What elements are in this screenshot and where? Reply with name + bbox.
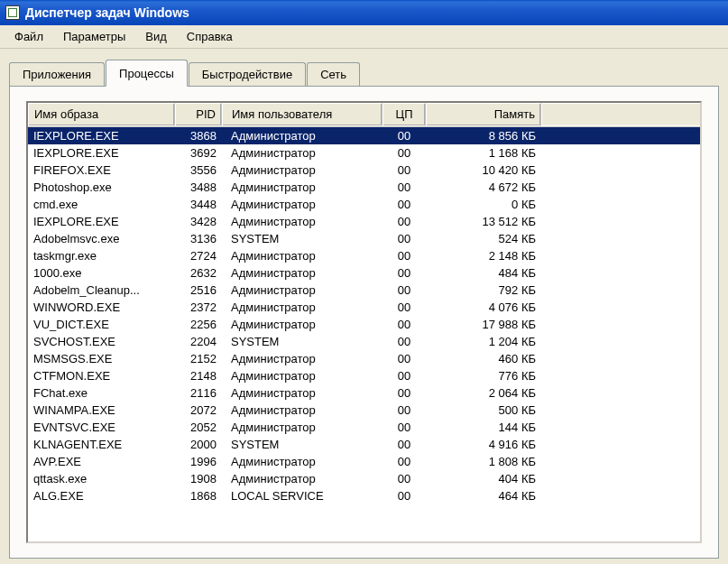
table-row[interactable]: SVCHOST.EXE2204SYSTEM001 204 КБ <box>28 333 700 350</box>
cell-pid: 3136 <box>175 232 222 245</box>
menu-params[interactable]: Параметры <box>54 27 134 46</box>
window-title: Диспетчер задач Windows <box>25 5 189 20</box>
cell-memory: 2 148 КБ <box>426 249 541 263</box>
table-row[interactable]: IEXPLORE.EXE3868Администратор008 856 КБ <box>28 127 700 144</box>
cell-process-name: qttask.exe <box>28 472 175 485</box>
cell-pid: 2000 <box>175 438 222 451</box>
cell-cpu: 00 <box>382 129 426 143</box>
listview-body[interactable]: IEXPLORE.EXE3868Администратор008 856 КБI… <box>28 127 700 504</box>
table-row[interactable]: IEXPLORE.EXE3692Администратор001 168 КБ <box>28 144 700 162</box>
tab-processes[interactable]: Процессы <box>106 60 188 87</box>
cell-memory: 500 КБ <box>426 403 541 417</box>
cell-user: Администратор <box>222 421 382 434</box>
cell-memory: 4 916 КБ <box>426 438 541 451</box>
col-header-user[interactable]: Имя пользователя <box>222 103 382 126</box>
col-header-memory[interactable]: Память <box>426 103 541 126</box>
cell-user: SYSTEM <box>222 438 382 451</box>
cell-cpu: 00 <box>382 421 426 434</box>
cell-process-name: Adobelm_Cleanup... <box>28 283 175 297</box>
table-row[interactable]: FIREFOX.EXE3556Администратор0010 420 КБ <box>28 162 700 179</box>
table-row[interactable]: taskmgr.exe2724Администратор002 148 КБ <box>28 247 700 264</box>
cell-cpu: 00 <box>382 472 426 485</box>
table-row[interactable]: Adobelm_Cleanup...2516Администратор00792… <box>28 282 700 299</box>
cell-memory: 17 988 КБ <box>426 318 541 331</box>
table-row[interactable]: VU_DICT.EXE2256Администратор0017 988 КБ <box>28 316 700 333</box>
cell-cpu: 00 <box>382 352 426 365</box>
cell-process-name: KLNAGENT.EXE <box>28 438 175 451</box>
table-row[interactable]: EVNTSVC.EXE2052Администратор00144 КБ <box>28 419 700 436</box>
cell-process-name: SVCHOST.EXE <box>28 335 175 348</box>
cell-pid: 2372 <box>175 300 222 314</box>
cell-process-name: ALG.EXE <box>28 489 175 503</box>
titlebar[interactable]: Диспетчер задач Windows <box>0 0 728 25</box>
col-header-pid[interactable]: PID <box>175 103 222 126</box>
cell-user: Администратор <box>222 300 382 314</box>
tab-performance[interactable]: Быстродействие <box>189 62 306 86</box>
tab-network[interactable]: Сеть <box>307 62 360 86</box>
cell-user: Администратор <box>222 129 382 143</box>
cell-process-name: FChat.exe <box>28 386 175 400</box>
table-row[interactable]: FChat.exe2116Администратор002 064 КБ <box>28 384 700 402</box>
cell-process-name: cmd.exe <box>28 198 175 211</box>
cell-process-name: EVNTSVC.EXE <box>28 421 175 434</box>
table-row[interactable]: KLNAGENT.EXE2000SYSTEM004 916 КБ <box>28 436 700 453</box>
table-row[interactable]: CTFMON.EXE2148Администратор00776 КБ <box>28 367 700 384</box>
cell-cpu: 00 <box>382 180 426 194</box>
cell-user: Администратор <box>222 403 382 417</box>
cell-pid: 3868 <box>175 129 222 143</box>
col-header-empty[interactable] <box>541 103 700 126</box>
cell-user: Администратор <box>222 146 382 160</box>
cell-memory: 776 КБ <box>426 369 541 383</box>
table-row[interactable]: Adobelmsvc.exe3136SYSTEM00524 КБ <box>28 230 700 247</box>
table-row[interactable]: AVP.EXE1996Администратор001 808 КБ <box>28 453 700 470</box>
cell-pid: 2724 <box>175 249 222 263</box>
cell-cpu: 00 <box>382 318 426 331</box>
cell-memory: 1 204 КБ <box>426 335 541 348</box>
cell-process-name: WINWORD.EXE <box>28 300 175 314</box>
cell-cpu: 00 <box>382 369 426 383</box>
process-listview[interactable]: Имя образа PID Имя пользователя ЦП Памят… <box>26 101 702 543</box>
cell-memory: 484 КБ <box>426 266 541 280</box>
cell-cpu: 00 <box>382 215 426 228</box>
cell-memory: 13 512 КБ <box>426 215 541 228</box>
cell-user: Администратор <box>222 215 382 228</box>
cell-cpu: 00 <box>382 146 426 160</box>
col-header-cpu[interactable]: ЦП <box>382 103 426 126</box>
table-row[interactable]: cmd.exe3448Администратор000 КБ <box>28 196 700 213</box>
cell-user: Администратор <box>222 266 382 280</box>
cell-memory: 792 КБ <box>426 283 541 297</box>
col-header-name[interactable]: Имя образа <box>28 103 175 126</box>
menu-help[interactable]: Справка <box>178 27 242 46</box>
table-row[interactable]: WINWORD.EXE2372Администратор004 076 КБ <box>28 299 700 316</box>
cell-memory: 1 808 КБ <box>426 455 541 468</box>
cell-user: Администратор <box>222 283 382 297</box>
cell-memory: 404 КБ <box>426 472 541 485</box>
cell-cpu: 00 <box>382 489 426 503</box>
cell-cpu: 00 <box>382 266 426 280</box>
cell-process-name: IEXPLORE.EXE <box>28 146 175 160</box>
table-row[interactable]: Photoshop.exe3488Администратор004 672 КБ <box>28 179 700 196</box>
cell-pid: 2152 <box>175 352 222 365</box>
client-area: Приложения Процессы Быстродействие Сеть … <box>0 49 728 559</box>
menu-view[interactable]: Вид <box>136 27 176 46</box>
tab-applications[interactable]: Приложения <box>9 62 105 86</box>
cell-memory: 8 856 КБ <box>426 129 541 143</box>
cell-memory: 1 168 КБ <box>426 146 541 160</box>
table-row[interactable]: 1000.exe2632Администратор00484 КБ <box>28 264 700 282</box>
menubar: Файл Параметры Вид Справка <box>0 25 728 49</box>
cell-process-name: IEXPLORE.EXE <box>28 129 175 143</box>
cell-cpu: 00 <box>382 335 426 348</box>
cell-memory: 4 672 КБ <box>426 180 541 194</box>
menu-file[interactable]: Файл <box>5 27 52 46</box>
table-row[interactable]: MSMSGS.EXE2152Администратор00460 КБ <box>28 350 700 367</box>
cell-user: LOCAL SERVICE <box>222 489 382 503</box>
cell-process-name: AVP.EXE <box>28 455 175 468</box>
table-row[interactable]: WINAMPA.EXE2072Администратор00500 КБ <box>28 402 700 419</box>
cell-user: Администратор <box>222 455 382 468</box>
cell-pid: 2072 <box>175 403 222 417</box>
cell-cpu: 00 <box>382 403 426 417</box>
table-row[interactable]: IEXPLORE.EXE3428Администратор0013 512 КБ <box>28 213 700 230</box>
table-row[interactable]: ALG.EXE1868LOCAL SERVICE00464 КБ <box>28 487 700 504</box>
cell-user: Администратор <box>222 198 382 211</box>
table-row[interactable]: qttask.exe1908Администратор00404 КБ <box>28 470 700 487</box>
